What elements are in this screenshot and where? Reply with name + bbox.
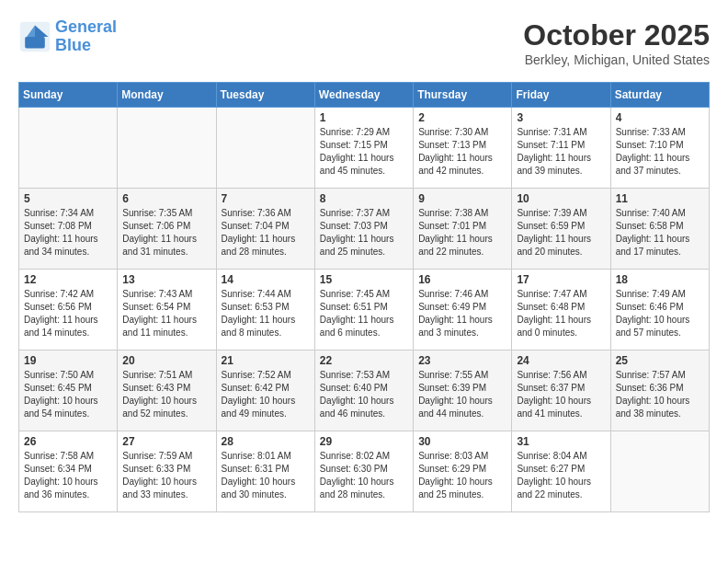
- sunset-text: Sunset: 6:45 PM: [24, 383, 92, 393]
- day-number: 18: [616, 273, 704, 286]
- calendar-week-2: 5 Sunrise: 7:34 AM Sunset: 7:08 PM Dayli…: [19, 189, 710, 270]
- calendar-cell: 23 Sunrise: 7:55 AM Sunset: 6:39 PM Dayl…: [414, 350, 512, 431]
- daylight-text: Daylight: 11 hours and 39 minutes.: [517, 153, 591, 176]
- calendar-cell: 7 Sunrise: 7:36 AM Sunset: 7:04 PM Dayli…: [216, 189, 314, 270]
- day-info: Sunrise: 7:58 AM Sunset: 6:34 PM Dayligh…: [24, 450, 112, 501]
- daylight-text: Daylight: 11 hours and 28 minutes.: [222, 234, 296, 257]
- calendar-cell: 15 Sunrise: 7:45 AM Sunset: 6:51 PM Dayl…: [314, 270, 413, 350]
- daylight-text: Daylight: 11 hours and 31 minutes.: [122, 234, 197, 257]
- day-info: Sunrise: 7:46 AM Sunset: 6:49 PM Dayligh…: [418, 288, 506, 339]
- logo-icon: [18, 20, 51, 53]
- day-number: 27: [122, 435, 210, 448]
- day-number: 5: [24, 192, 112, 205]
- sunset-text: Sunset: 6:54 PM: [122, 302, 190, 312]
- sunrise-text: Sunrise: 7:58 AM: [24, 451, 94, 461]
- sunset-text: Sunset: 6:43 PM: [122, 383, 190, 393]
- sunset-text: Sunset: 7:03 PM: [320, 221, 388, 231]
- location: Berkley, Michigan, United States: [523, 52, 710, 67]
- sunrise-text: Sunrise: 7:37 AM: [320, 208, 390, 218]
- sunset-text: Sunset: 6:29 PM: [418, 464, 486, 474]
- calendar-cell: [216, 108, 314, 189]
- day-info: Sunrise: 7:31 AM Sunset: 7:11 PM Dayligh…: [517, 126, 605, 178]
- daylight-text: Daylight: 10 hours and 33 minutes.: [122, 477, 197, 500]
- day-info: Sunrise: 7:29 AM Sunset: 7:15 PM Dayligh…: [320, 126, 408, 178]
- day-info: Sunrise: 7:51 AM Sunset: 6:43 PM Dayligh…: [122, 369, 210, 420]
- sunset-text: Sunset: 6:51 PM: [320, 302, 388, 312]
- sunrise-text: Sunrise: 7:53 AM: [320, 370, 390, 380]
- sunrise-text: Sunrise: 7:56 AM: [517, 370, 586, 380]
- calendar-cell: 9 Sunrise: 7:38 AM Sunset: 7:01 PM Dayli…: [414, 189, 512, 270]
- daylight-text: Daylight: 11 hours and 42 minutes.: [418, 153, 493, 176]
- day-number: 9: [418, 192, 506, 205]
- daylight-text: Daylight: 11 hours and 17 minutes.: [616, 234, 690, 257]
- day-number: 17: [517, 273, 605, 286]
- calendar-cell: 3 Sunrise: 7:31 AM Sunset: 7:11 PM Dayli…: [512, 108, 610, 189]
- logo: General Blue: [18, 18, 117, 55]
- calendar-cell: 14 Sunrise: 7:44 AM Sunset: 6:53 PM Dayl…: [216, 270, 314, 350]
- day-number: 29: [320, 435, 408, 448]
- sunrise-text: Sunrise: 7:57 AM: [616, 370, 686, 380]
- sunset-text: Sunset: 6:36 PM: [616, 383, 684, 393]
- daylight-text: Daylight: 10 hours and 57 minutes.: [616, 315, 690, 338]
- day-info: Sunrise: 7:40 AM Sunset: 6:58 PM Dayligh…: [616, 207, 704, 259]
- sunset-text: Sunset: 6:30 PM: [320, 464, 388, 474]
- weekday-header-thursday: Thursday: [414, 83, 512, 108]
- daylight-text: Daylight: 10 hours and 28 minutes.: [320, 477, 394, 500]
- logo-line2: Blue: [55, 36, 91, 54]
- day-info: Sunrise: 7:37 AM Sunset: 7:03 PM Dayligh…: [320, 207, 408, 259]
- calendar-table: SundayMondayTuesdayWednesdayThursdayFrid…: [18, 82, 710, 512]
- day-info: Sunrise: 8:02 AM Sunset: 6:30 PM Dayligh…: [320, 450, 408, 501]
- day-number: 19: [24, 354, 112, 367]
- calendar-cell: 31 Sunrise: 8:04 AM Sunset: 6:27 PM Dayl…: [512, 431, 610, 512]
- calendar-cell: 17 Sunrise: 7:47 AM Sunset: 6:48 PM Dayl…: [512, 270, 610, 350]
- day-info: Sunrise: 7:53 AM Sunset: 6:40 PM Dayligh…: [320, 369, 408, 420]
- day-number: 26: [24, 435, 112, 448]
- day-info: Sunrise: 7:50 AM Sunset: 6:45 PM Dayligh…: [24, 369, 112, 420]
- daylight-text: Daylight: 11 hours and 45 minutes.: [320, 153, 394, 176]
- calendar-cell: 24 Sunrise: 7:56 AM Sunset: 6:37 PM Dayl…: [512, 350, 610, 431]
- month-title: October 2025: [523, 18, 710, 52]
- sunrise-text: Sunrise: 7:30 AM: [418, 127, 488, 137]
- weekday-header-tuesday: Tuesday: [216, 83, 314, 108]
- daylight-text: Daylight: 11 hours and 8 minutes.: [222, 315, 296, 338]
- day-info: Sunrise: 7:57 AM Sunset: 6:36 PM Dayligh…: [616, 369, 704, 420]
- sunset-text: Sunset: 7:04 PM: [222, 221, 290, 231]
- daylight-text: Daylight: 11 hours and 37 minutes.: [616, 153, 690, 176]
- day-number: 23: [418, 354, 506, 367]
- calendar-cell: 26 Sunrise: 7:58 AM Sunset: 6:34 PM Dayl…: [19, 431, 118, 512]
- sunrise-text: Sunrise: 7:31 AM: [517, 127, 586, 137]
- day-number: 10: [517, 192, 605, 205]
- sunrise-text: Sunrise: 7:55 AM: [418, 370, 488, 380]
- day-info: Sunrise: 7:30 AM Sunset: 7:13 PM Dayligh…: [418, 126, 506, 178]
- day-number: 24: [517, 354, 605, 367]
- calendar-cell: 12 Sunrise: 7:42 AM Sunset: 6:56 PM Dayl…: [19, 270, 118, 350]
- day-number: 31: [517, 435, 605, 448]
- calendar-cell: 1 Sunrise: 7:29 AM Sunset: 7:15 PM Dayli…: [314, 108, 413, 189]
- sunset-text: Sunset: 6:39 PM: [418, 383, 486, 393]
- sunset-text: Sunset: 6:48 PM: [517, 302, 585, 312]
- calendar-week-3: 12 Sunrise: 7:42 AM Sunset: 6:56 PM Dayl…: [19, 270, 710, 350]
- sunrise-text: Sunrise: 7:51 AM: [122, 370, 192, 380]
- day-number: 2: [418, 111, 506, 124]
- sunrise-text: Sunrise: 7:40 AM: [616, 208, 686, 218]
- sunrise-text: Sunrise: 7:43 AM: [122, 289, 192, 299]
- day-info: Sunrise: 7:55 AM Sunset: 6:39 PM Dayligh…: [418, 369, 506, 420]
- calendar-cell: 20 Sunrise: 7:51 AM Sunset: 6:43 PM Dayl…: [118, 350, 216, 431]
- sunset-text: Sunset: 6:31 PM: [222, 464, 290, 474]
- daylight-text: Daylight: 11 hours and 20 minutes.: [517, 234, 591, 257]
- sunrise-text: Sunrise: 7:42 AM: [24, 289, 94, 299]
- day-number: 11: [616, 192, 704, 205]
- sunset-text: Sunset: 7:15 PM: [320, 140, 388, 150]
- sunset-text: Sunset: 6:33 PM: [122, 464, 190, 474]
- sunrise-text: Sunrise: 8:04 AM: [517, 451, 586, 461]
- daylight-text: Daylight: 11 hours and 11 minutes.: [122, 315, 197, 338]
- sunset-text: Sunset: 7:06 PM: [122, 221, 190, 231]
- sunrise-text: Sunrise: 7:47 AM: [517, 289, 586, 299]
- daylight-text: Daylight: 11 hours and 6 minutes.: [320, 315, 394, 338]
- day-number: 16: [418, 273, 506, 286]
- day-number: 1: [320, 111, 408, 124]
- calendar-cell: 6 Sunrise: 7:35 AM Sunset: 7:06 PM Dayli…: [118, 189, 216, 270]
- calendar-week-1: 1 Sunrise: 7:29 AM Sunset: 7:15 PM Dayli…: [19, 108, 710, 189]
- day-info: Sunrise: 7:34 AM Sunset: 7:08 PM Dayligh…: [24, 207, 112, 259]
- calendar-cell: [19, 108, 118, 189]
